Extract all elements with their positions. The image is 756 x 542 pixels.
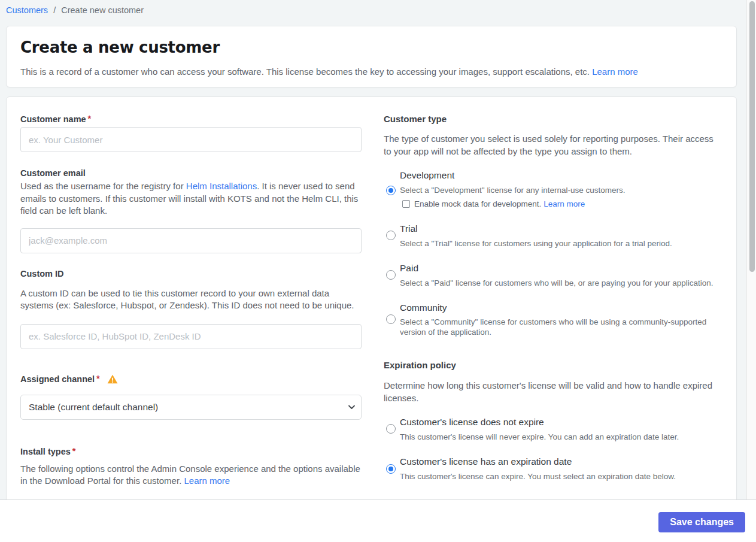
page-header-card: Create a new customer This is a record o… — [6, 26, 737, 87]
option-description: Select a "Paid" license for customers wh… — [400, 278, 716, 288]
warning-icon — [107, 374, 118, 386]
customer-type-option-trial: Trial Select a "Trial" license for custo… — [384, 223, 716, 249]
custom-id-label: Custom ID — [20, 269, 363, 278]
breadcrumb-separator: / — [53, 5, 56, 15]
customer-type-option-paid: Paid Select a "Paid" license for custome… — [384, 263, 716, 288]
form-left-column: Customer name* Customer email Used as th… — [20, 97, 363, 488]
mock-data-label-text: Enable mock data for development. — [414, 199, 541, 208]
radio-development[interactable] — [386, 186, 396, 195]
customer-name-label: Customer name* — [20, 114, 363, 124]
customer-type-description: The type of customer you select is used … — [384, 133, 716, 158]
option-description: This customer's license will never expir… — [400, 432, 716, 442]
breadcrumb: Customers / Create new customer — [6, 5, 144, 15]
mock-data-row: Enable mock data for development. Learn … — [400, 199, 716, 208]
required-asterisk: * — [88, 114, 92, 123]
option-title: Community — [400, 302, 716, 313]
page-description: This is a record of a customer who can a… — [20, 66, 722, 77]
radio-paid[interactable] — [386, 270, 396, 280]
assigned-channel-select-wrap: Stable (current default channel) — [20, 395, 362, 420]
customer-form-card: Customer name* Customer email Used as th… — [6, 96, 737, 500]
page-description-text: This is a record of a customer who can a… — [20, 66, 590, 77]
custom-id-description: A custom ID can be used to tie this cust… — [20, 287, 363, 312]
customer-email-label: Customer email — [20, 168, 363, 178]
option-title: Trial — [400, 223, 716, 234]
assigned-channel-label: Assigned channel* — [20, 374, 363, 386]
expiration-option-has-date: Customer's license has an expiration dat… — [384, 456, 716, 482]
save-changes-button[interactable]: Save changes — [658, 512, 745, 532]
radio-license-no-expire[interactable] — [386, 424, 396, 434]
expiration-option-no-expire: Customer's license does not expire This … — [384, 417, 716, 442]
assigned-channel-label-text: Assigned channel — [20, 374, 95, 384]
breadcrumb-current: Create new customer — [61, 5, 144, 15]
mock-data-learn-more-link[interactable]: Learn more — [544, 199, 585, 208]
install-types-label: Install types* — [20, 447, 363, 456]
customer-type-label: Customer type — [384, 114, 716, 124]
page-title: Create a new customer — [20, 38, 722, 56]
option-description: Select a "Community" license for custome… — [400, 317, 716, 337]
install-types-label-text: Install types — [20, 447, 71, 456]
radio-license-has-expiration[interactable] — [386, 464, 396, 474]
email-desc-before: Used as the username for the registry fo… — [20, 181, 186, 191]
expiration-policy-label: Expiration policy — [384, 360, 716, 370]
custom-id-input[interactable] — [20, 324, 362, 349]
header-learn-more-link[interactable]: Learn more — [592, 66, 638, 77]
option-title: Customer's license has an expiration dat… — [400, 456, 716, 467]
breadcrumb-customers-link[interactable]: Customers — [6, 5, 48, 15]
option-description: This customer's license can expire. You … — [400, 471, 716, 482]
customer-type-option-community: Community Select a "Community" license f… — [384, 302, 716, 337]
radio-community[interactable] — [386, 314, 396, 324]
footer-action-bar: Save changes — [0, 499, 756, 542]
expiration-policy-description: Determine how long this customer's licen… — [384, 380, 716, 404]
option-title: Paid — [400, 263, 716, 274]
assigned-channel-select[interactable]: Stable (current default channel) — [20, 395, 362, 420]
install-types-learn-more-link[interactable]: Learn more — [184, 476, 230, 486]
customer-name-input[interactable] — [20, 127, 362, 152]
mock-data-checkbox-label: Enable mock data for development. Learn … — [414, 199, 585, 208]
helm-installations-link[interactable]: Helm Installations — [186, 181, 257, 191]
radio-trial[interactable] — [386, 231, 396, 240]
option-description: Select a "Development" license for any i… — [400, 185, 716, 195]
customer-email-description: Used as the username for the registry fo… — [20, 180, 363, 217]
form-right-column: Customer type The type of customer you s… — [384, 97, 716, 488]
customer-email-input[interactable] — [20, 228, 362, 253]
option-description: Select a "Trial" license for customers u… — [400, 238, 716, 249]
scrollbar-track[interactable] — [746, 0, 756, 499]
required-asterisk: * — [96, 374, 100, 383]
mock-data-checkbox[interactable] — [402, 200, 410, 208]
scrollbar-thumb[interactable] — [749, 1, 755, 272]
customer-type-option-development: Development Select a "Development" licen… — [384, 170, 716, 208]
required-asterisk: * — [72, 446, 76, 456]
customer-name-label-text: Customer name — [20, 114, 86, 124]
option-title: Development — [400, 170, 716, 181]
option-title: Customer's license does not expire — [400, 417, 716, 428]
install-types-description: The following options control the Admin … — [20, 463, 363, 488]
